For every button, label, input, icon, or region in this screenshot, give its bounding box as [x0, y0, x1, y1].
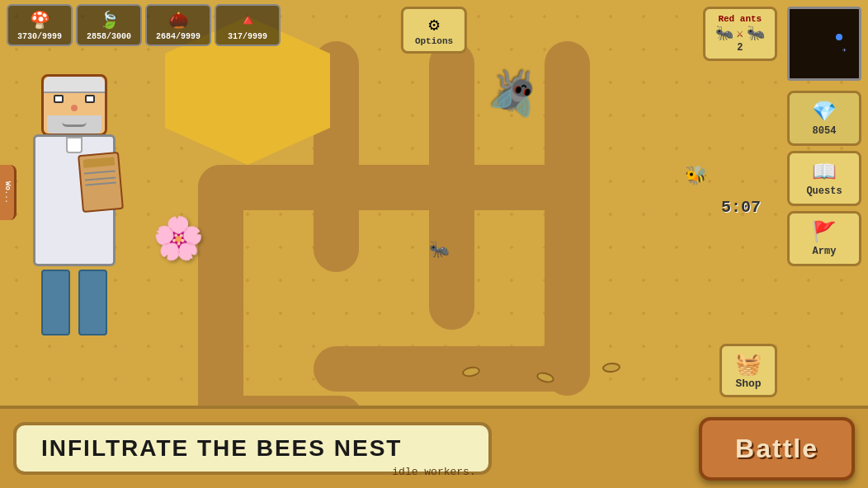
leaf-value: 2858/3000 — [87, 32, 131, 41]
options-button[interactable]: ⚙️ Options — [401, 7, 467, 54]
red-ants-panel: Red ants 🐜 ⚔ 🐜 2 — [703, 7, 777, 61]
timer-value: 5:07 — [721, 198, 761, 217]
shop-label: Shop — [735, 378, 761, 390]
army-icon: 🚩 — [812, 220, 837, 244]
red-ants-title: Red ants — [715, 14, 765, 24]
right-panel: 💎 8054 📖 Quests 🚩 Army — [787, 91, 861, 266]
tool-icon: 🔺 — [236, 9, 259, 32]
leaf-icon: 🍃 — [97, 9, 120, 32]
game-area: 🍄 3730/9999 🍃 2858/3000 🌰 2684/9999 🔺 31… — [0, 0, 868, 488]
resource-tool: 🔺 317/9999 — [215, 4, 281, 46]
gems-value: 8054 — [813, 125, 837, 137]
options-label: Options — [415, 36, 453, 46]
quests-button[interactable]: 📖 Quests — [787, 151, 861, 206]
quests-label: Quests — [806, 185, 842, 197]
tunnel-path-4 — [545, 41, 590, 396]
army-label: Army — [813, 246, 837, 257]
gear-icon: ⚙️ — [428, 14, 439, 36]
basket-icon: 🧺 — [735, 351, 762, 378]
shop-button[interactable]: 🧺 Shop — [719, 344, 777, 397]
large-fly-sprite: 🪰 — [487, 66, 540, 119]
edge-label: Wo... — [3, 181, 12, 204]
acorn-icon: 🌰 — [167, 9, 190, 32]
mushroom-icon: 🍄 — [28, 9, 51, 32]
tunnel-path-h1 — [198, 165, 590, 210]
army-button[interactable]: 🚩 Army — [787, 211, 861, 266]
resource-leaf: 🍃 2858/3000 — [76, 4, 142, 46]
game-timer: 5:07 — [721, 198, 761, 217]
bottom-bar: INFILTRATE THE BEES NEST idle workers. B… — [0, 406, 868, 488]
ant-sprite-1: 🐜 — [429, 239, 450, 260]
battle-button[interactable]: Battle — [699, 417, 855, 481]
acorn-value: 2684/9999 — [156, 32, 200, 41]
red-ant-icon-1: 🐜 — [715, 24, 734, 42]
small-bee-sprite: 🐝 — [685, 165, 707, 187]
tunnel-path-h2 — [314, 346, 590, 392]
red-ant-icon-2: 🐜 — [747, 24, 765, 42]
scientist-character — [17, 66, 140, 379]
red-ants-count: 2 — [715, 42, 765, 54]
vs-icon: ⚔ — [737, 26, 743, 40]
minimap: ✈ — [787, 7, 861, 81]
gem-icon: 💎 — [812, 100, 837, 124]
flower: 🌸 — [153, 214, 204, 265]
resource-acorn: 🌰 2684/9999 — [145, 4, 211, 46]
left-edge-panel[interactable]: Wo... — [0, 165, 17, 220]
minimap-content: ✈ — [790, 9, 859, 78]
gems-button[interactable]: 💎 8054 — [787, 91, 861, 146]
resource-mushroom: 🍄 3730/9999 — [7, 4, 73, 46]
mushroom-value: 3730/9999 — [17, 32, 62, 41]
idle-text: idle workers. — [392, 466, 475, 478]
quests-icon: 📖 — [812, 160, 837, 184]
tool-value: 317/9999 — [228, 32, 267, 41]
